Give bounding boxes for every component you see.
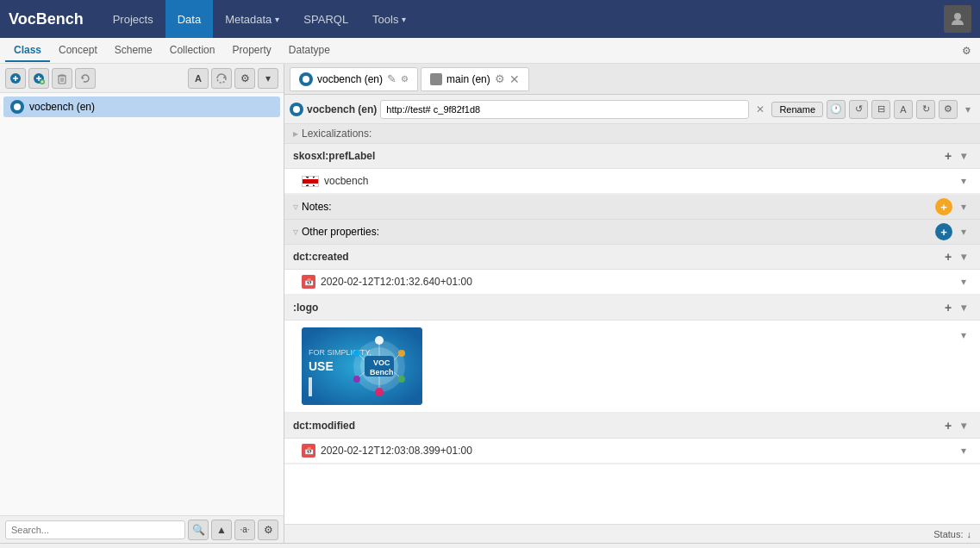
search-input[interactable] — [5, 520, 185, 539]
left-panel: A ⚙ ▾ vocbench (en) 🔍 ▲ ·a· ⚙ — [0, 64, 284, 543]
dct-modified-expand-button[interactable]: ▾ — [956, 418, 971, 433]
tab-main-settings-icon[interactable]: ⚙ — [495, 72, 505, 85]
sync-button[interactable] — [211, 68, 232, 89]
logo-prop-row: :logo + ▾ — [284, 296, 980, 414]
status-icon: ↓ — [967, 529, 972, 539]
dct-created-header: dct:created + ▾ — [284, 245, 980, 270]
node-icon — [10, 100, 24, 114]
notes-label: Notes: — [302, 201, 332, 213]
info-button[interactable]: ↺ — [849, 100, 868, 119]
logo-expand-button[interactable]: ▾ — [956, 300, 971, 315]
right-tab-bar: vocbench (en) ✎ ⚙ main (en) ⚙ ✕ — [284, 64, 980, 95]
dct-modified-value-expand[interactable]: ▾ — [956, 443, 971, 458]
preflabel-expand-button[interactable]: ▾ — [956, 148, 971, 164]
filter-button[interactable]: ⊟ — [871, 100, 890, 119]
tree-item-vocbench[interactable]: vocbench (en) — [3, 97, 280, 117]
dct-modified-value-row: 📅 2020-02-12T12:03:08.399+01:00 ▾ — [284, 439, 980, 464]
rename-button[interactable]: Rename — [771, 102, 823, 117]
font-button[interactable]: A — [894, 100, 913, 119]
subtab-settings-gear[interactable]: ⚙ — [958, 41, 975, 60]
notes-collapse-icon[interactable]: ▿ — [293, 201, 298, 213]
dct-created-add-button[interactable]: + — [940, 249, 956, 265]
right-panel: vocbench (en) ✎ ⚙ main (en) ⚙ ✕ vocbench… — [284, 64, 980, 543]
tab-class[interactable]: Class — [5, 40, 50, 62]
tab-vocbench-en[interactable]: vocbench (en) ✎ ⚙ — [290, 67, 418, 91]
other-props-section-header: ▿ Other properties: + ▾ — [284, 220, 980, 245]
svg-text:VOC: VOC — [373, 358, 390, 367]
nav-sparql[interactable]: SPARQL — [291, 0, 360, 38]
notes-expand-button[interactable]: ▾ — [956, 199, 971, 215]
preflabel-header: skosxl:prefLabel + ▾ — [284, 144, 980, 169]
left-bottom-bar: 🔍 ▲ ·a· ⚙ — [0, 515, 284, 543]
otherprops-collapse-icon[interactable]: ▿ — [293, 226, 298, 238]
svg-rect-25 — [309, 377, 312, 396]
more-right-button[interactable]: ⚙ — [939, 100, 958, 119]
datetime-icon: 📅 — [302, 275, 315, 289]
nav-metadata[interactable]: Metadata ▾ — [213, 0, 291, 38]
left-toolbar: A ⚙ ▾ — [0, 64, 284, 93]
search-up-button[interactable]: ▲ — [211, 520, 232, 540]
otherprops-add-button[interactable]: + — [935, 223, 952, 240]
svg-point-16 — [375, 388, 384, 396]
tab-edit-icon[interactable]: ✎ — [387, 72, 396, 85]
tab-scheme[interactable]: Scheme — [106, 40, 161, 62]
right-content: ▸ Lexicalizations: skosxl:prefLabel + ▾ … — [284, 124, 980, 524]
logo-value-expand[interactable]: ▾ — [956, 327, 971, 343]
lexicalizations-label: Lexicalizations: — [302, 128, 371, 140]
preflabel-add-button[interactable]: + — [940, 148, 956, 164]
uri-clear-icon[interactable]: ✕ — [752, 102, 768, 117]
other-props-label: Other properties: — [302, 226, 379, 238]
notes-add-button[interactable]: + — [935, 198, 952, 215]
notes-section-header: ▿ Notes: + ▾ — [284, 195, 980, 220]
tab-property[interactable]: Property — [223, 40, 279, 62]
refresh-right-button[interactable]: ↻ — [916, 100, 935, 119]
font-size-button[interactable]: A — [188, 68, 209, 89]
tab-concept[interactable]: Concept — [50, 40, 106, 62]
dct-created-name: dct:created — [293, 251, 349, 263]
nav-tools[interactable]: Tools ▾ — [360, 0, 418, 38]
logo-add-button[interactable]: + — [940, 300, 956, 315]
refresh-button[interactable] — [75, 68, 96, 89]
tab-resource-icon — [299, 72, 313, 86]
otherprops-expand-button[interactable]: ▾ — [956, 224, 971, 240]
resource-uri-input[interactable] — [380, 100, 749, 119]
dct-created-value-row: 📅 2020-02-12T12:01:32.640+01:00 ▾ — [284, 270, 980, 295]
preflabel-name: skosxl:prefLabel — [293, 150, 375, 162]
class-tree: vocbench (en) — [0, 93, 284, 515]
tab-datatype[interactable]: Datatype — [280, 40, 339, 62]
svg-point-18 — [353, 350, 360, 357]
search-settings-button[interactable]: ⚙ — [258, 520, 278, 540]
expand-right-icon[interactable]: ▾ — [961, 103, 975, 116]
settings-button[interactable]: ⚙ — [234, 68, 255, 89]
add-class-button[interactable] — [5, 68, 26, 89]
preflabel-value-row: vocbench ▾ — [284, 169, 980, 194]
logo-image: FOR SIMPLICITY, USE VOC Bench — [302, 327, 422, 405]
nav-projects[interactable]: Projects — [101, 0, 165, 38]
lex-collapse-icon[interactable]: ▸ — [293, 128, 298, 140]
right-status-bar: Status: ↓ — [284, 524, 980, 543]
dct-modified-add-button[interactable]: + — [940, 418, 956, 433]
tab-collection[interactable]: Collection — [161, 40, 224, 62]
search-button[interactable]: 🔍 — [188, 520, 209, 540]
user-icon[interactable] — [944, 5, 971, 33]
logo-prop-name: :logo — [293, 302, 318, 314]
tab-main-en[interactable]: main (en) ⚙ ✕ — [421, 67, 529, 91]
sub-tab-bar: Class Concept Scheme Collection Property… — [0, 38, 980, 64]
preflabel-value-expand[interactable]: ▾ — [956, 173, 971, 189]
history-button[interactable]: 🕐 — [827, 100, 846, 119]
delete-class-button[interactable] — [52, 68, 72, 89]
top-navigation: VocBench Projects Data Metadata ▾ SPARQL… — [0, 0, 980, 38]
dct-created-expand-button[interactable]: ▾ — [956, 249, 971, 265]
more-button[interactable]: ▾ — [258, 68, 278, 89]
tab-settings-icon[interactable]: ⚙ — [401, 74, 409, 84]
tab-close-button[interactable]: ✕ — [509, 73, 520, 85]
svg-point-17 — [353, 376, 360, 383]
search-regex-button[interactable]: ·a· — [234, 520, 255, 540]
gb-cross — [303, 177, 318, 186]
resource-node-icon — [290, 103, 303, 116]
app-brand: VocBench — [9, 10, 84, 28]
add-subclass-button[interactable] — [28, 68, 49, 89]
nav-data[interactable]: Data — [165, 0, 213, 38]
svg-text:Bench: Bench — [370, 368, 394, 377]
dct-created-value-expand[interactable]: ▾ — [956, 274, 971, 290]
